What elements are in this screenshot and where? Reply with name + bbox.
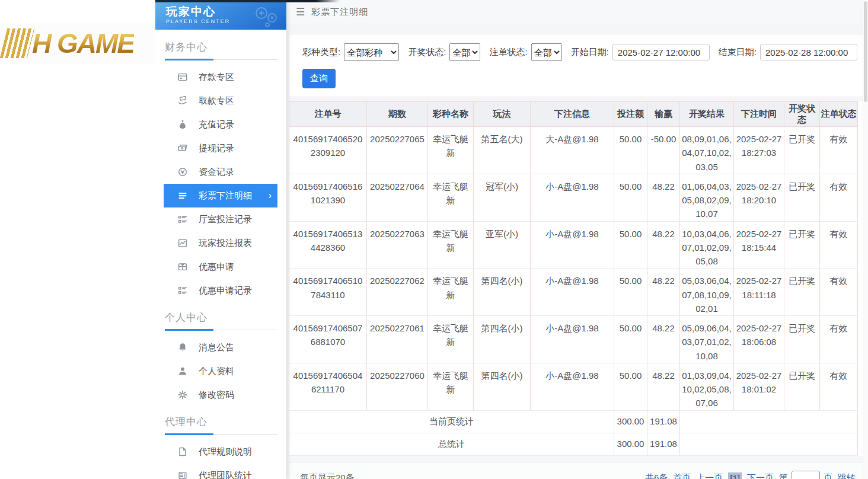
lottery-type-label: 彩种类型: bbox=[302, 47, 340, 58]
brand-logo: H GAME bbox=[32, 27, 134, 59]
summary-label: 当前页统计 bbox=[289, 410, 614, 433]
sidebar-item-取款专区[interactable]: 取款专区 bbox=[164, 89, 277, 113]
jump-link[interactable]: 跳转 bbox=[838, 472, 856, 479]
table-cell: -50.00 bbox=[647, 127, 680, 174]
sidebar-item-优惠申请记录[interactable]: 优惠申请记录 bbox=[164, 279, 277, 302]
table-row: 40156917406520230912020250227065幸运飞艇新第五名… bbox=[289, 127, 858, 174]
table-cell: 有效 bbox=[820, 363, 858, 410]
table-row: 40156917406513442836020250227063幸运飞艇新亚军(… bbox=[289, 221, 858, 269]
table-cell: 50.00 bbox=[614, 221, 647, 269]
table-cell: 2025-02-27 18:15:44 bbox=[734, 221, 784, 269]
main-content: ☰ 彩票下注明细 彩种类型: 全部彩种 开奖状态: 全部 注单状态: 全部 开始… bbox=[286, 0, 868, 479]
table-cell: 50.00 bbox=[614, 174, 647, 221]
table-cell: 20250227061 bbox=[367, 316, 428, 363]
page-jump-input[interactable] bbox=[792, 471, 820, 479]
person-icon bbox=[177, 365, 189, 377]
table-cell: 幸运飞艇新 bbox=[428, 127, 474, 174]
sidebar-item-玩家投注报表[interactable]: 玩家投注报表 bbox=[164, 231, 277, 255]
table-cell: 48.22 bbox=[647, 269, 680, 316]
sidebar-item-label: 代理团队统计 bbox=[199, 470, 252, 479]
table-cell: 第四名(小) bbox=[474, 269, 531, 316]
summary-winloss-total: 191.08 bbox=[647, 433, 680, 455]
sidebar-item-提现记录[interactable]: 提现记录 bbox=[164, 136, 277, 160]
sidebar-item-存款专区[interactable]: 存款专区 bbox=[164, 65, 277, 89]
table-cell: 48.22 bbox=[647, 221, 680, 269]
table-cell: 08,09,01,06,04,07,10,02,03,05 bbox=[680, 127, 734, 174]
sidebar-item-label: 资金记录 bbox=[199, 167, 234, 178]
table-cell: 幸运飞艇新 bbox=[428, 174, 474, 221]
sidebar-item-消息公告[interactable]: 消息公告 bbox=[164, 336, 277, 359]
table-cell: 2025-02-27 18:06:08 bbox=[734, 316, 784, 363]
sidebar-item-代理规则说明[interactable]: 代理规则说明 bbox=[164, 440, 277, 464]
scrollbar-thumb[interactable] bbox=[864, 1, 867, 102]
table-cell: 大-A盘@1.98 bbox=[531, 127, 614, 174]
sidebar-item-label: 代理规则说明 bbox=[199, 446, 252, 458]
table-cell: 小-A盘@1.98 bbox=[531, 316, 614, 363]
prev-page-link[interactable]: 上一页 bbox=[696, 472, 723, 479]
hamburger-menu-icon[interactable]: ☰ bbox=[296, 6, 305, 18]
report-chart-icon bbox=[177, 237, 189, 249]
query-button[interactable]: 查询 bbox=[302, 69, 336, 88]
column-header: 期数 bbox=[367, 102, 428, 127]
table-cell: 20250227063 bbox=[367, 221, 428, 269]
table-cell: 已开奖 bbox=[784, 316, 820, 363]
table-cell: 小-A盘@1.98 bbox=[531, 174, 614, 221]
sidebar-item-个人资料[interactable]: 个人资料 bbox=[164, 359, 277, 383]
sidebar-item-彩票下注明细[interactable]: 彩票下注明细› bbox=[164, 184, 277, 207]
lottery-type-select[interactable]: 全部彩种 bbox=[344, 43, 399, 61]
jump-prefix-label: 第 bbox=[779, 472, 788, 479]
table-row: 40156917406504621117020250227060幸运飞艇新第四名… bbox=[289, 363, 858, 410]
table-cell: 幸运飞艇新 bbox=[428, 363, 474, 410]
logo-panel: H GAME bbox=[0, 0, 155, 479]
section-underline bbox=[165, 434, 278, 435]
table-cell: 2025-02-27 18:20:10 bbox=[734, 174, 784, 221]
logo-stripes-icon bbox=[0, 28, 34, 58]
sidebar-item-优惠申请[interactable]: 优惠申请 bbox=[164, 255, 277, 279]
summary-bet-total: 300.00 bbox=[614, 410, 647, 433]
sidebar-item-代理团队统计[interactable]: 代理团队统计 bbox=[164, 464, 277, 479]
sidebar-item-修改密码[interactable]: 修改密码 bbox=[164, 383, 277, 407]
draw-status-select[interactable]: 全部 bbox=[449, 43, 480, 61]
first-page-link[interactable]: 首页 bbox=[673, 472, 691, 479]
sidebar-item-充值记录[interactable]: 充值记录 bbox=[164, 113, 277, 136]
table-cell: 50.00 bbox=[614, 363, 647, 410]
total-count: 共6条 bbox=[645, 472, 668, 479]
vertical-scrollbar[interactable] bbox=[863, 0, 868, 479]
sidebar-section-title: 个人中心 bbox=[155, 302, 286, 330]
filter-panel: 彩种类型: 全部彩种 开奖状态: 全部 注单状态: 全部 开始日期: 结束日期:… bbox=[289, 34, 867, 97]
column-header: 开奖结果 bbox=[680, 102, 734, 127]
logo-strip: H GAME bbox=[0, 23, 155, 64]
table-cell: 05,09,06,04,03,07,01,02,10,08 bbox=[680, 316, 734, 363]
next-page-link[interactable]: 下一页 bbox=[747, 472, 774, 479]
summary-label: 总统计 bbox=[289, 433, 614, 455]
summary-empty bbox=[680, 433, 858, 455]
records-icon bbox=[177, 213, 189, 225]
table-cell: 48.22 bbox=[647, 363, 680, 410]
table-cell: 50.00 bbox=[614, 127, 647, 174]
table-row: 40156917406507688107020250227061幸运飞艇新第四名… bbox=[289, 316, 858, 363]
start-date-input[interactable] bbox=[612, 44, 710, 60]
sidebar-item-资金记录[interactable]: 资金记录 bbox=[164, 160, 277, 184]
column-header: 注单号 bbox=[289, 102, 367, 127]
sidebar-item-label: 存款专区 bbox=[199, 72, 234, 83]
table-cell: 冠军(小) bbox=[474, 174, 531, 221]
sidebar-item-label: 彩票下注明细 bbox=[199, 190, 252, 202]
bet-status-select[interactable]: 全部 bbox=[531, 43, 562, 61]
table-cell: 已开奖 bbox=[784, 363, 820, 410]
summary-row: 当前页统计300.00191.08 bbox=[289, 410, 858, 433]
column-header: 注单状态 bbox=[820, 102, 858, 127]
withdraw-hand-icon bbox=[177, 95, 189, 107]
table-cell: 48.22 bbox=[647, 174, 680, 221]
current-page[interactable]: [1] bbox=[728, 472, 742, 479]
table-cell: 401569174065134428360 bbox=[289, 221, 367, 269]
gamepad-icon bbox=[250, 5, 280, 31]
sidebar-item-厅室投注记录[interactable]: 厅室投注记录 bbox=[164, 207, 277, 231]
table-cell: 05,03,06,04,07,08,10,09,02,01 bbox=[680, 269, 734, 316]
page-title: 彩票下注明细 bbox=[311, 7, 368, 18]
players-center-page: H GAME 玩家中心 PLAYERS CENTER 财务中心存款专区取款专区充… bbox=[0, 0, 868, 479]
bet-status-label: 注单状态: bbox=[489, 47, 527, 58]
sidebar-header: 玩家中心 PLAYERS CENTER bbox=[155, 0, 286, 30]
summary-bet-total: 300.00 bbox=[614, 433, 647, 455]
end-date-input[interactable] bbox=[760, 44, 857, 60]
table-cell: 2025-02-27 18:27:03 bbox=[734, 127, 784, 174]
